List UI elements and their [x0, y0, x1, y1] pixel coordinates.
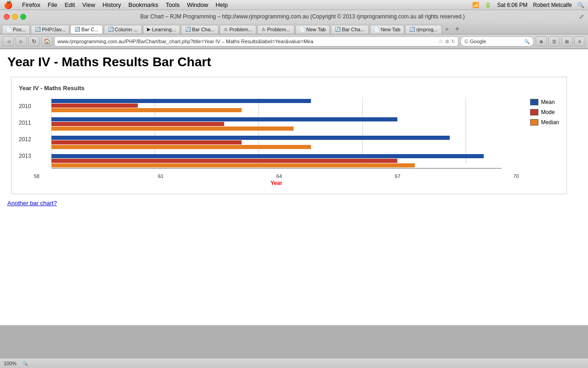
legend-swatch-mode	[530, 109, 538, 115]
status-bar: 100% 🔍	[0, 358, 588, 368]
menu-help[interactable]: Help	[215, 1, 228, 8]
y-label-2010: 2010	[19, 98, 31, 115]
google-icon: G	[464, 39, 468, 44]
nav-extra4[interactable]: ≡	[574, 36, 585, 46]
menubar-right: 📶 🔋 Sat 6:06 PM Robert Metcalfe 🔍	[472, 2, 584, 8]
legend-swatch-median	[530, 119, 538, 126]
tab-bar-c[interactable]: 🔄 Bar C...	[70, 25, 102, 34]
bar-2013-mean	[51, 154, 484, 158]
bar-2011-mode	[51, 122, 224, 126]
x-tick-58: 58	[34, 173, 40, 179]
chart-container: Year IV - Maths Results 2010 2011 2012 2…	[11, 77, 567, 194]
tab-icon-problem1: ⚠	[224, 27, 228, 32]
bookmark-star[interactable]: ☆	[438, 38, 443, 45]
tab-icon-rjm: 🔄	[409, 27, 415, 32]
bar-2011-median	[51, 126, 294, 131]
bar-2010-mode	[51, 104, 138, 108]
search-submit-icon[interactable]: 🔍	[524, 39, 530, 44]
wifi-icon: 📶	[472, 2, 479, 8]
tab-pos[interactable]: 📄 Pos...	[2, 25, 30, 34]
tab-new1[interactable]: 📄 New Tab	[295, 25, 330, 34]
y-label-2011: 2011	[19, 115, 31, 131]
refresh-icon[interactable]: ↻	[451, 39, 455, 45]
menu-bookmarks[interactable]: Bookmarks	[129, 1, 158, 8]
close-button[interactable]	[4, 14, 10, 20]
nav-extra3[interactable]: ⊞	[561, 36, 572, 46]
tab-label-bar-c: Bar C...	[81, 27, 98, 32]
nav-extra1[interactable]: ⊕	[536, 36, 547, 46]
new-tab-button[interactable]: +	[452, 24, 462, 34]
tab-icon-pos: 📄	[6, 27, 11, 32]
y-label-2012: 2012	[19, 131, 31, 148]
tab-bar-cha[interactable]: 🔄 Bar Cha...	[181, 25, 219, 34]
maximize-button[interactable]	[20, 14, 26, 20]
minimize-button[interactable]	[12, 14, 18, 20]
nav-bar: ◀ ▶ ↻ 🏠 www.rjmprogramming.com.au/PHP/Ba…	[0, 34, 588, 49]
menu-history[interactable]: History	[102, 1, 121, 8]
back-button[interactable]: ◀	[3, 36, 14, 46]
x-axis-title: Year	[34, 180, 519, 186]
menu-view[interactable]: View	[82, 1, 95, 8]
tab-new2[interactable]: 📄 New Tab	[370, 25, 405, 34]
tab-label-bar-cha: Bar Cha...	[192, 27, 215, 32]
menu-file[interactable]: File	[48, 1, 57, 8]
clock: Sat 6:06 PM	[497, 2, 527, 8]
x-tick-70: 70	[513, 173, 519, 179]
tab-icon-bar-cha2: 🔄	[335, 27, 340, 32]
apple-menu[interactable]: 🍎	[4, 0, 13, 9]
home-button[interactable]: 🏠	[41, 36, 52, 46]
tab-problem1[interactable]: ⚠ Problem...	[220, 25, 256, 34]
chart-legend: Mean Mode Median	[530, 97, 559, 126]
browser-chrome: Bar Chart – RJM Programming – http://www…	[0, 10, 588, 49]
tab-icon-learning: ▶	[147, 27, 151, 32]
x-axis-ticks: 58 61 64 67 70	[34, 173, 519, 179]
reload-button[interactable]: ↻	[28, 36, 40, 46]
search-bar[interactable]: G Google 🔍	[460, 36, 534, 46]
bar-2013-mode	[51, 159, 397, 163]
tab-label-problem2: Problem...	[267, 27, 290, 32]
menu-edit[interactable]: Edit	[65, 1, 75, 8]
tab-php[interactable]: 🔄 PHP/Jav...	[31, 25, 69, 34]
nav-extra2[interactable]: ☰	[548, 36, 560, 46]
zoom-level: 100%	[4, 361, 17, 366]
tab-label-php: PHP/Jav...	[42, 27, 65, 32]
url-bar[interactable]: www.rjmprogramming.com.au/PHP/BarChart/b…	[54, 36, 458, 46]
tab-label-bar-cha2: Bar Cha...	[342, 27, 365, 32]
tab-column[interactable]: 🔄 Column ...	[104, 25, 142, 34]
tab-icon-new2: 📄	[374, 27, 379, 32]
chart-title: Year IV - Maths Results	[19, 85, 559, 92]
bar-2013-median	[51, 163, 415, 167]
search-icon[interactable]: 🔍	[577, 2, 584, 8]
title-bar: Bar Chart – RJM Programming – http://www…	[0, 10, 588, 23]
tab-bar-cha2[interactable]: 🔄 Bar Cha...	[331, 25, 369, 34]
menu-window[interactable]: Window	[187, 1, 208, 8]
chart-svg	[34, 97, 519, 171]
x-tick-64: 64	[277, 173, 282, 179]
search-input[interactable]: Google	[470, 39, 522, 44]
tab-icon-problem2: ⚠	[261, 27, 266, 32]
tab-learning[interactable]: ▶ Learning...	[143, 25, 180, 34]
username: Robert Metcalfe	[533, 2, 572, 8]
y-axis-labels: 2010 2011 2012 2013	[19, 97, 31, 164]
page-content: Year IV - Maths Results Bar Chart Year I…	[0, 49, 588, 325]
tab-problem2[interactable]: ⚠ Problem...	[257, 25, 294, 34]
forward-button[interactable]: ▶	[16, 36, 27, 46]
menu-firefox[interactable]: Firefox	[22, 1, 40, 8]
menu-tools[interactable]: Tools	[166, 1, 180, 8]
feed-icon: ⊕	[445, 39, 449, 45]
expand-button[interactable]: ⤢	[579, 13, 584, 20]
tab-icon-column: 🔄	[108, 27, 113, 32]
bar-2010-mean	[51, 99, 311, 103]
another-bar-chart-link[interactable]: Another bar chart?	[7, 200, 57, 207]
legend-label-mode: Mode	[541, 109, 555, 115]
tab-label-new1: New Tab	[306, 27, 326, 32]
tab-rjm[interactable]: 🔄 rjmprog...	[405, 25, 441, 34]
tab-label-pos: Pos...	[13, 27, 26, 32]
battery-icon: 🔋	[485, 2, 492, 8]
bottom-link[interactable]: Another bar chart?	[7, 200, 581, 207]
bar-2012-median	[51, 145, 311, 149]
tab-overflow-button[interactable]: »	[443, 25, 452, 33]
bar-2012-mean	[51, 136, 450, 140]
traffic-lights	[4, 14, 26, 20]
legend-swatch-mean	[530, 99, 538, 105]
